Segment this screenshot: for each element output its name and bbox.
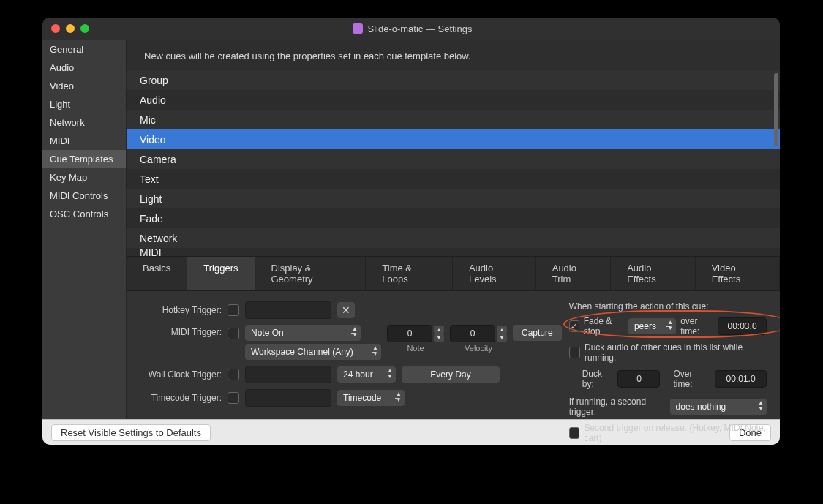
tab-audio-levels[interactable]: Audio Levels (453, 257, 536, 290)
tab-audio-trim[interactable]: Audio Trim (536, 257, 611, 290)
sidebar-item-osc-controls[interactable]: OSC Controls (42, 205, 126, 223)
midi-channel-value: Workspace Channel (Any) (251, 347, 353, 357)
stepper-buttons[interactable]: ▲▼ (434, 326, 444, 342)
close-icon[interactable] (51, 24, 60, 33)
hotkey-input[interactable] (245, 301, 331, 319)
triggers-left: Hotkey Trigger: ✕ MIDI Trigger: Note On … (140, 301, 562, 412)
tab-audio-effects[interactable]: Audio Effects (611, 257, 696, 290)
sidebar: General Audio Video Light Network MIDI C… (42, 40, 127, 419)
duck-by-label: Duck by: (582, 369, 614, 389)
stepper-buttons[interactable]: ▲▼ (497, 326, 507, 342)
wallclock-row: Wall Clock Trigger: 24 hour ▲▼ Every Day (140, 366, 562, 383)
settings-window: Slide-o-matic — Settings General Audio V… (42, 18, 780, 445)
midi-channel-select[interactable]: Workspace Channel (Any) ▲▼ (245, 344, 381, 360)
triggers-panel: Hotkey Trigger: ✕ MIDI Trigger: Note On … (127, 291, 780, 419)
wallclock-checkbox[interactable] (228, 369, 239, 380)
second-trigger-select[interactable]: does nothing ▲▼ (670, 399, 767, 415)
second-trigger-label: If running, a second trigger: (569, 396, 666, 417)
hotkey-clear-button[interactable]: ✕ (337, 302, 355, 318)
sidebar-item-general[interactable]: General (42, 40, 126, 59)
cue-row-fade[interactable]: Fade (127, 208, 780, 228)
zoom-icon[interactable] (80, 24, 89, 33)
tab-video-effects[interactable]: Video Effects (696, 257, 780, 290)
titlebar: Slide-o-matic — Settings (42, 18, 780, 40)
window-title: Slide-o-matic — Settings (98, 23, 727, 34)
app-icon (353, 23, 363, 34)
inspector-tabs: Basics Triggers Display & Geometry Time … (127, 256, 780, 291)
cue-row-text[interactable]: Text (127, 169, 780, 189)
wallclock-format-value: 24 hour (343, 369, 373, 380)
midi-checkbox[interactable] (228, 328, 239, 339)
cue-row-midi[interactable]: MIDI (127, 248, 780, 256)
cue-row-network[interactable]: Network (127, 228, 780, 248)
duck-checkbox[interactable] (569, 347, 580, 358)
release-checkbox[interactable] (569, 427, 580, 439)
body: General Audio Video Light Network MIDI C… (42, 40, 780, 419)
sidebar-item-video[interactable]: Video (42, 77, 126, 95)
timecode-checkbox[interactable] (228, 392, 239, 404)
timecode-label: Timecode Trigger: (140, 393, 222, 403)
fade-stop-row: Fade & stop peers ▲▼ over time: 00:03.0 (569, 316, 767, 336)
action-right: When starting the action of this cue: Fa… (569, 301, 767, 412)
second-trigger-row: If running, a second trigger: does nothi… (569, 396, 767, 417)
second-trigger-value: does nothing (676, 402, 726, 412)
wallclock-repeat-button[interactable]: Every Day (402, 366, 500, 383)
duck-by-input[interactable]: 0 (617, 370, 660, 388)
scrollbar[interactable] (774, 73, 778, 146)
tab-display-geometry[interactable]: Display & Geometry (255, 257, 367, 290)
hotkey-label: Hotkey Trigger: (140, 305, 222, 315)
fade-stop-time-input[interactable]: 00:03.0 (718, 317, 767, 335)
midi-note-stepper[interactable]: 0 ▲▼ (387, 325, 444, 342)
midi-type-select[interactable]: Note On ▲▼ (245, 325, 361, 341)
tab-basics[interactable]: Basics (127, 257, 187, 290)
sidebar-item-audio[interactable]: Audio (42, 59, 126, 77)
fade-stop-target-select[interactable]: peers ▲▼ (628, 318, 676, 334)
sidebar-item-network[interactable]: Network (42, 113, 126, 132)
release-label: Second trigger on release. (Hotkey, MIDI… (584, 423, 767, 443)
midi-velocity-value[interactable]: 0 (450, 325, 495, 342)
timecode-mode-value: Timecode (343, 393, 381, 403)
minimize-icon[interactable] (66, 24, 75, 33)
midi-row: MIDI Trigger: Note On ▲▼ Workspace Chann… (140, 325, 562, 360)
timecode-row: Timecode Trigger: Timecode ▲▼ (140, 389, 562, 407)
cue-row-camera[interactable]: Camera (127, 149, 780, 169)
title-text: Slide-o-matic — Settings (367, 23, 472, 34)
duck-over-label: Over time: (673, 369, 710, 389)
sidebar-item-key-map[interactable]: Key Map (42, 168, 126, 187)
midi-velocity-label: Velocity (465, 344, 492, 353)
hotkey-row: Hotkey Trigger: ✕ (140, 301, 562, 319)
midi-velocity-stepper[interactable]: 0 ▲▼ (450, 325, 507, 342)
fade-stop-over-label: over time: (680, 316, 713, 336)
wallclock-label: Wall Clock Trigger: (140, 369, 222, 380)
sidebar-item-midi-controls[interactable]: MIDI Controls (42, 187, 126, 205)
release-row: Second trigger on release. (Hotkey, MIDI… (569, 423, 767, 443)
tab-time-loops[interactable]: Time & Loops (366, 257, 453, 290)
wallclock-input[interactable] (245, 366, 331, 383)
sidebar-item-cue-templates[interactable]: Cue Templates (42, 150, 126, 168)
duck-params-row: Duck by: 0 Over time: 00:01.0 (569, 369, 767, 389)
hotkey-checkbox[interactable] (228, 304, 239, 316)
timecode-mode-select[interactable]: Timecode ▲▼ (337, 390, 405, 406)
cue-row-video[interactable]: Video (127, 129, 780, 149)
duck-label: Duck audio of other cues in this list wh… (585, 342, 767, 363)
cue-row-mic[interactable]: Mic (127, 110, 780, 129)
midi-capture-button[interactable]: Capture (513, 325, 562, 341)
fade-stop-label: Fade & stop (584, 316, 624, 336)
wallclock-format-select[interactable]: 24 hour ▲▼ (337, 366, 396, 383)
cue-row-group[interactable]: Group (127, 70, 780, 90)
main: New cues will be created using the prope… (127, 40, 780, 419)
window-controls (51, 24, 89, 33)
cue-row-audio[interactable]: Audio (127, 90, 780, 110)
cue-row-light[interactable]: Light (127, 189, 780, 208)
duck-over-input[interactable]: 00:01.0 (715, 370, 767, 388)
fade-stop-checkbox[interactable] (569, 320, 579, 332)
sidebar-item-light[interactable]: Light (42, 95, 126, 113)
cue-template-list[interactable]: Group Audio Mic Video Camera Text Light … (127, 70, 780, 256)
midi-label: MIDI Trigger: (140, 325, 222, 337)
duck-row: Duck audio of other cues in this list wh… (569, 342, 767, 363)
midi-note-value[interactable]: 0 (387, 325, 432, 342)
timecode-input[interactable] (245, 389, 331, 407)
reset-button[interactable]: Reset Visible Settings to Defaults (51, 424, 211, 441)
tab-triggers[interactable]: Triggers (187, 257, 255, 290)
sidebar-item-midi[interactable]: MIDI (42, 132, 126, 150)
